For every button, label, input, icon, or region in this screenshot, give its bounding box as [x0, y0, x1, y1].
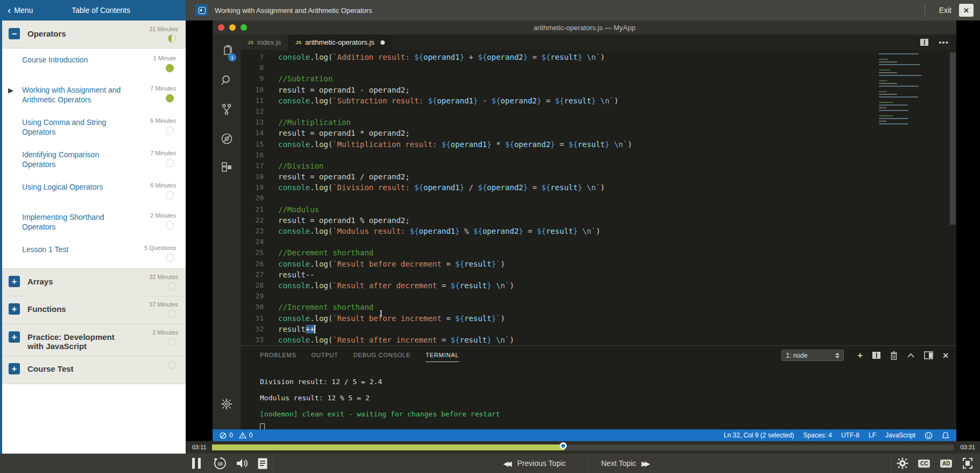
new-terminal-icon[interactable]: + [857, 350, 863, 361]
section-label: Functions [27, 304, 132, 314]
menu-button[interactable]: ‹ Menu [8, 6, 33, 15]
errors-icon[interactable] [220, 432, 227, 439]
close-panel-icon[interactable]: ✕ [942, 351, 949, 360]
status-utf-8[interactable]: UTF-8 [841, 432, 859, 439]
kill-terminal-trash-icon[interactable] [890, 351, 898, 360]
line-number: 21 [241, 204, 264, 215]
code-line: 7console.log(`Addition result: ${operand… [241, 52, 956, 62]
section-meta: 32 Minutes [132, 274, 178, 290]
toggle-panel-layout-icon[interactable] [924, 351, 933, 359]
next-topic-button[interactable]: Next Topic ▶▶ [601, 454, 648, 473]
toc-item-identifying-comparison-operators[interactable]: Identifying Comparison Operators7 Minute… [2, 143, 186, 176]
manage-gear-icon[interactable] [213, 398, 241, 410]
panel-tab-problems[interactable]: PROBLEMS [260, 352, 297, 362]
source-control-icon[interactable] [213, 95, 241, 124]
explorer-icon[interactable]: 1 [213, 37, 241, 66]
expand-section-icon[interactable]: + [9, 363, 20, 374]
previous-topic-button[interactable]: ◀◀ Previous Topic [503, 454, 566, 473]
toc-item-course-introduction[interactable]: Course Introduction1 Minute [2, 48, 186, 79]
status-ln-32-col-9-2-selected[interactable]: Ln 32, Col 9 (2 selected) [724, 432, 794, 439]
toc-section-practice-development-with-javascript[interactable]: +Practice: Development with JavaScript2 … [2, 324, 186, 356]
more-actions-icon[interactable]: ••• [939, 38, 949, 47]
next-icon: ▶▶ [641, 460, 648, 468]
errors-count: 0 [229, 432, 233, 439]
collapse-sidebar-button[interactable] [195, 4, 208, 16]
line-content: //Multiplication [278, 117, 351, 128]
panel-tab-output[interactable]: OUTPUT [312, 352, 339, 362]
explorer-badge: 1 [228, 53, 236, 61]
minimap[interactable] [879, 53, 925, 126]
js-file-icon: JS [295, 40, 301, 45]
toc-section-operators[interactable]: −Operators31 Minutes [2, 20, 186, 48]
maximize-panel-chevron-icon[interactable] [907, 353, 915, 358]
debug-icon[interactable] [213, 124, 241, 153]
lesson-header: Working with Assignment and Arithmetic O… [186, 0, 980, 20]
exit-close-button[interactable]: ✕ [959, 4, 974, 17]
video-player-area[interactable]: arithmetic-operators.js — MyApp 1 [186, 20, 980, 441]
code-line: 13//Multiplication [241, 117, 956, 128]
pause-button[interactable] [192, 454, 201, 473]
panel-tab-debug-console[interactable]: DEBUG CONSOLE [354, 352, 411, 362]
editor-tabstrip: JSindex.jsJSarithmetic-operators.js ••• [241, 34, 956, 50]
closed-captions-button[interactable]: CC [918, 454, 930, 473]
expand-section-icon[interactable]: + [9, 276, 20, 287]
code-line: 23console.log(`Modulus result: ${operand… [241, 226, 956, 236]
search-icon[interactable] [213, 66, 241, 95]
audio-description-button[interactable]: AD [940, 454, 952, 473]
rewind-10-button[interactable]: 10 [213, 454, 227, 473]
fullscreen-button[interactable] [962, 454, 974, 473]
seek-handle[interactable] [560, 442, 567, 449]
tab-arithmetic-operators-js[interactable]: JSarithmetic-operators.js [288, 34, 392, 50]
player-controls: 10 ◀◀ Previous Topic Next Topic ▶▶ CC AD [0, 454, 980, 473]
line-number: 8 [241, 62, 264, 73]
section-duration: 2 Minutes [152, 329, 178, 336]
line-content: console.log(`Modulus result: ${operand1}… [278, 226, 601, 236]
expand-section-icon[interactable]: + [9, 303, 20, 315]
line-number: 7 [241, 52, 264, 62]
panel-tab-terminal[interactable]: TERMINAL [426, 352, 459, 362]
code-line: 17//Division [241, 161, 956, 171]
toc-item-using-logical-operators[interactable]: Using Logical Operators6 Minutes [2, 176, 186, 206]
line-number: 14 [241, 128, 264, 138]
code-line: 26console.log(`Result before decrement =… [241, 259, 956, 269]
code-editor[interactable]: 7console.log(`Addition result: ${operand… [241, 50, 956, 345]
editor-scrollbar[interactable] [950, 52, 956, 225]
line-content: //Division [278, 161, 323, 171]
status-spaces[interactable]: Spaces: 4 [803, 432, 832, 439]
seek-bar[interactable] [212, 444, 954, 450]
status-lf[interactable]: LF [869, 432, 876, 439]
toc-section-course-test[interactable]: +Course Test [2, 356, 186, 384]
terminal-shell-select[interactable]: 1: node [781, 350, 844, 361]
line-number: 20 [241, 193, 264, 204]
toc-item-working-with-assignment-and-arithmetic-operators[interactable]: ▶Working with Assignment and Arithmetic … [2, 79, 186, 111]
status-empty-icon [166, 221, 174, 229]
terminal-line: Division result: 12 / 5 = 2.4 [260, 374, 946, 390]
toc-section-arrays[interactable]: +Arrays32 Minutes [2, 268, 186, 296]
code-line: 30//Increment shorthand [241, 302, 956, 312]
terminal-output[interactable]: Division result: 12 / 5 = 2.4Modulus res… [260, 374, 946, 432]
toc-item-using-comma-and-string-operators[interactable]: Using Comma and String Operators5 Minute… [2, 111, 186, 143]
vscode-titlebar: arithmetic-operators.js — MyApp [213, 20, 956, 34]
collapse-section-icon[interactable]: − [9, 28, 20, 39]
toc-section-functions[interactable]: +Functions37 Minutes [2, 296, 186, 324]
settings-button[interactable] [897, 454, 908, 473]
exit-label[interactable]: Exit [939, 6, 951, 15]
expand-section-icon[interactable]: + [9, 331, 20, 343]
notifications-bell-icon[interactable] [942, 432, 949, 440]
line-content: //Increment shorthand [278, 302, 373, 312]
split-terminal-icon[interactable] [872, 351, 881, 359]
tab-index-js[interactable]: JSindex.js [241, 34, 288, 50]
toc-item-lesson-1-test[interactable]: Lesson 1 Test5 Questions [2, 238, 186, 268]
status-javascript[interactable]: JavaScript [885, 432, 915, 439]
warnings-icon[interactable] [239, 432, 246, 439]
line-number: 19 [241, 182, 264, 193]
split-editor-icon[interactable] [920, 38, 929, 46]
progress-empty-icon [168, 338, 176, 346]
volume-button[interactable] [235, 454, 249, 473]
transcript-button[interactable] [257, 454, 268, 473]
extensions-icon[interactable] [213, 153, 241, 182]
toc-item-implementing-shorthand-operators[interactable]: Implementing Shorthand Operators2 Minute… [2, 206, 186, 238]
section-duration: 31 Minutes [149, 26, 178, 32]
feedback-smiley-icon[interactable] [925, 432, 933, 440]
code-line: 32result++ [241, 324, 956, 335]
